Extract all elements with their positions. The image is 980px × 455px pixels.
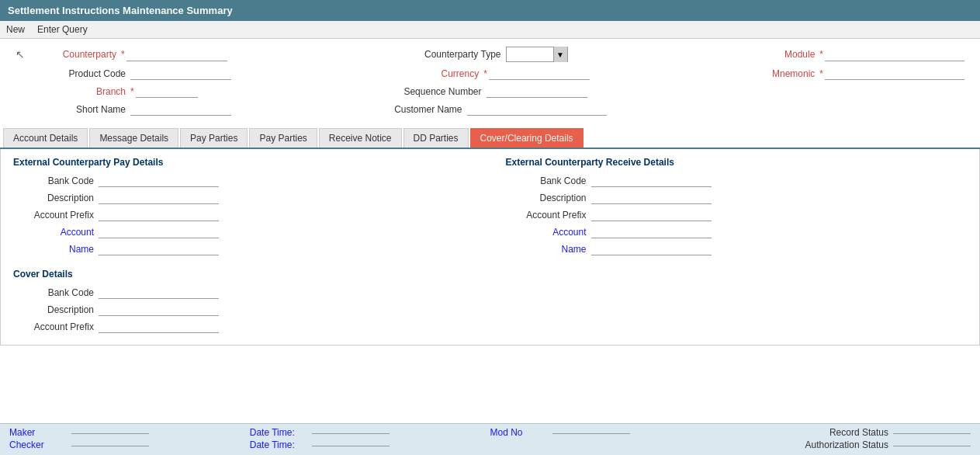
pay-description-label: Description xyxy=(13,193,99,203)
counterparty-type-input[interactable] xyxy=(507,48,553,61)
customer-name-input[interactable] xyxy=(467,102,607,116)
cover-account-prefix-row: Account Prefix xyxy=(13,320,967,333)
pay-section: External Counterparty Pay Details Bank C… xyxy=(13,157,475,259)
receive-account-prefix-input[interactable] xyxy=(591,208,712,221)
cover-bank-code-row: Bank Code xyxy=(13,286,967,299)
two-col-panel: External Counterparty Pay Details Bank C… xyxy=(13,157,967,259)
product-code-label: Product Code xyxy=(16,68,130,79)
receive-bank-code-input[interactable] xyxy=(591,174,712,187)
receive-account-prefix-row: Account Prefix xyxy=(506,208,968,221)
receive-account-input[interactable] xyxy=(591,225,712,238)
tab-account-details[interactable]: Account Details xyxy=(3,128,88,148)
sequence-number-label: Sequence Number xyxy=(393,86,487,97)
form-row-3: Branch * Sequence Number xyxy=(16,85,964,98)
counterparty-label: Counterparty xyxy=(28,49,121,60)
form-row-1: ↖ Counterparty * Counterparty Type ▼ Mod… xyxy=(16,47,964,62)
short-name-col: Short Name xyxy=(16,102,332,116)
tab-pay-parties-1[interactable]: Pay Parties xyxy=(180,128,248,148)
receive-account-prefix-label: Account Prefix xyxy=(506,210,591,221)
counterparty-type-label: Counterparty Type xyxy=(413,49,506,60)
cover-section-title: Cover Details xyxy=(13,269,967,280)
pay-description-row: Description xyxy=(13,191,475,204)
tab-dd-parties[interactable]: DD Parties xyxy=(403,128,469,148)
receive-account-row: Account xyxy=(506,225,968,238)
receive-name-label: Name xyxy=(506,244,591,255)
cover-account-prefix-label: Account Prefix xyxy=(13,321,99,332)
form-area: ↖ Counterparty * Counterparty Type ▼ Mod… xyxy=(0,39,980,128)
form-row-2: Product Code Currency * Mnemonic * xyxy=(16,67,964,80)
customer-name-col: Customer Name xyxy=(332,102,649,116)
enter-query-menu-item[interactable]: Enter Query xyxy=(37,24,88,35)
tab-pay-parties-2[interactable]: Pay Parties xyxy=(249,128,317,148)
form-row-4: Short Name Customer Name xyxy=(16,102,964,116)
counterparty-type-dropdown[interactable]: ▼ xyxy=(506,47,568,62)
counterparty-type-dropdown-btn[interactable]: ▼ xyxy=(553,47,567,62)
cover-account-prefix-input[interactable] xyxy=(99,320,219,333)
cover-description-input[interactable] xyxy=(99,303,219,316)
sequence-number-input[interactable] xyxy=(487,85,587,98)
tabs-bar: Account Details Message Details Pay Part… xyxy=(0,128,980,149)
pay-bank-code-label: Bank Code xyxy=(13,175,99,186)
counterparty-col: ↖ Counterparty * xyxy=(16,48,332,61)
mnemonic-label: Mnemonic xyxy=(726,68,819,79)
mnemonic-input[interactable] xyxy=(825,67,964,80)
product-code-input[interactable] xyxy=(130,67,231,80)
counterparty-input[interactable] xyxy=(126,48,227,61)
receive-section: External Counterparty Receive Details Ba… xyxy=(506,157,968,259)
cover-bank-code-input[interactable] xyxy=(99,286,219,299)
tab-receive-notice[interactable]: Receive Notice xyxy=(319,128,402,148)
pay-account-prefix-input[interactable] xyxy=(99,208,219,221)
title-text: Settlement Instructions Maintenance Summ… xyxy=(8,5,233,16)
receive-description-row: Description xyxy=(506,191,968,204)
cover-description-label: Description xyxy=(13,304,99,315)
branch-input[interactable] xyxy=(136,85,198,98)
pay-name-row: Name xyxy=(13,242,475,255)
short-name-label: Short Name xyxy=(16,104,130,115)
receive-description-label: Description xyxy=(506,193,591,203)
cursor-icon: ↖ xyxy=(16,48,25,61)
pay-bank-code-input[interactable] xyxy=(99,174,219,187)
receive-account-label: Account xyxy=(506,227,591,238)
mnemonic-required-star: * xyxy=(819,68,823,79)
currency-label: Currency xyxy=(390,68,483,79)
new-menu-item[interactable]: New xyxy=(6,24,25,35)
pay-section-title: External Counterparty Pay Details xyxy=(13,157,475,168)
pay-account-row: Account xyxy=(13,225,475,238)
receive-section-title: External Counterparty Receive Details xyxy=(506,157,968,168)
receive-description-input[interactable] xyxy=(591,191,712,204)
pay-account-label: Account xyxy=(13,227,99,238)
mnemonic-col: Mnemonic * xyxy=(648,67,964,80)
module-col: Module * xyxy=(648,48,964,61)
cover-description-row: Description xyxy=(13,303,967,316)
pay-account-prefix-row: Account Prefix xyxy=(13,208,475,221)
module-label: Module xyxy=(726,49,819,60)
pay-description-input[interactable] xyxy=(99,191,219,204)
tab-message-details[interactable]: Message Details xyxy=(89,128,178,148)
currency-col: Currency * xyxy=(332,67,649,80)
customer-name-label: Customer Name xyxy=(374,104,467,115)
pay-bank-code-row: Bank Code xyxy=(13,174,475,187)
currency-input[interactable] xyxy=(489,67,590,80)
currency-required-star: * xyxy=(483,68,487,79)
receive-bank-code-row: Bank Code xyxy=(506,174,968,187)
cover-bank-code-label: Bank Code xyxy=(13,287,99,298)
menu-bar: New Enter Query xyxy=(0,21,980,39)
receive-name-row: Name xyxy=(506,242,968,255)
branch-label: Branch xyxy=(16,86,130,97)
cover-clearing-panel: External Counterparty Pay Details Bank C… xyxy=(0,149,980,346)
receive-name-input[interactable] xyxy=(591,242,712,255)
pay-account-input[interactable] xyxy=(99,225,219,238)
pay-account-prefix-label: Account Prefix xyxy=(13,210,99,221)
counterparty-required-star: * xyxy=(121,49,125,60)
sequence-number-col: Sequence Number xyxy=(332,85,649,98)
pay-name-label: Name xyxy=(13,244,99,255)
module-input[interactable] xyxy=(825,48,964,61)
pay-name-input[interactable] xyxy=(99,242,219,255)
cover-section: Cover Details Bank Code Description Acco… xyxy=(13,269,967,333)
short-name-input[interactable] xyxy=(130,102,231,116)
tab-cover-clearing[interactable]: Cover/Clearing Details xyxy=(470,128,583,148)
product-code-col: Product Code xyxy=(16,67,332,80)
branch-col: Branch * xyxy=(16,85,332,98)
counterparty-type-col: Counterparty Type ▼ xyxy=(332,47,649,62)
title-bar: Settlement Instructions Maintenance Summ… xyxy=(0,0,980,21)
